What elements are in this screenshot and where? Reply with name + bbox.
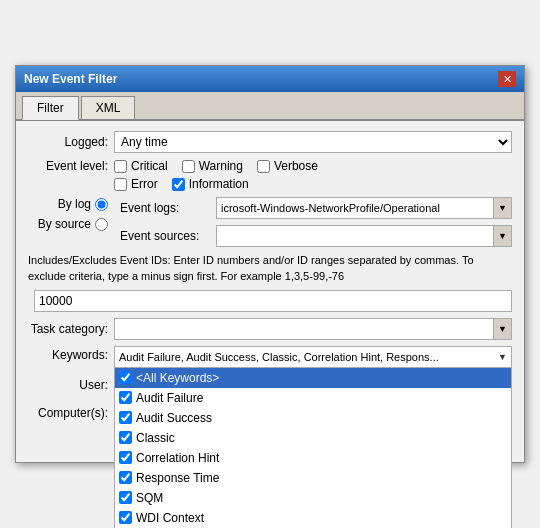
- keywords-checkbox-3[interactable]: [119, 431, 132, 444]
- computer-label: Computer(s):: [28, 406, 108, 420]
- event-level-line1: Critical Warning Verbose: [114, 159, 326, 173]
- keywords-item-3[interactable]: Classic: [115, 428, 511, 448]
- dialog: New Event Filter ✕ Filter XML Logged: An…: [15, 65, 525, 463]
- keywords-row: Keywords: Audit Failure, Audit Success, …: [28, 346, 512, 368]
- keywords-item-5-label: Response Time: [136, 471, 219, 485]
- keywords-item-4-label: Correlation Hint: [136, 451, 219, 465]
- task-category-arrow[interactable]: ▼: [493, 319, 511, 339]
- event-logs-value: icrosoft-Windows-NetworkProfile/Operatio…: [217, 202, 493, 214]
- event-level-checkboxes: Critical Warning Verbose Error: [114, 159, 326, 191]
- keywords-item-6[interactable]: SQM: [115, 488, 511, 508]
- keywords-item-3-label: Classic: [136, 431, 175, 445]
- keywords-checkbox-5[interactable]: [119, 471, 132, 484]
- keywords-checkbox-all[interactable]: [119, 371, 132, 384]
- by-log-radio-item: By log: [28, 197, 108, 211]
- keywords-item-5[interactable]: Response Time: [115, 468, 511, 488]
- keywords-checkbox-7[interactable]: [119, 511, 132, 524]
- keywords-item-1[interactable]: Audit Failure: [115, 388, 511, 408]
- warning-checkbox[interactable]: [182, 160, 195, 173]
- close-button[interactable]: ✕: [498, 71, 516, 87]
- by-log-label: By log: [58, 197, 91, 211]
- event-sources-label: Event sources:: [120, 229, 210, 243]
- dialog-title: New Event Filter: [24, 72, 117, 86]
- verbose-checkbox[interactable]: [257, 160, 270, 173]
- keywords-item-4[interactable]: Correlation Hint: [115, 448, 511, 468]
- task-category-row: Task category: ▼: [28, 318, 512, 340]
- information-checkbox-group: Information: [172, 177, 249, 191]
- warning-checkbox-group: Warning: [182, 159, 243, 173]
- by-log-radio[interactable]: [95, 198, 108, 211]
- event-logs-arrow[interactable]: ▼: [493, 198, 511, 218]
- filter-content: Logged: Any time Event level: Critical W…: [16, 121, 524, 462]
- keywords-dropdown[interactable]: Audit Failure, Audit Success, Classic, C…: [114, 346, 512, 368]
- radio-group: By log By source: [28, 197, 108, 231]
- event-id-row: [28, 290, 512, 312]
- error-label: Error: [131, 177, 158, 191]
- information-checkbox[interactable]: [172, 178, 185, 191]
- keywords-item-1-label: Audit Failure: [136, 391, 203, 405]
- logged-row: Logged: Any time: [28, 131, 512, 153]
- keywords-drop-arrow: ▼: [498, 352, 507, 362]
- tab-xml[interactable]: XML: [81, 96, 136, 119]
- keywords-item-all[interactable]: <All Keywords>: [115, 368, 511, 388]
- event-level-label: Event level:: [28, 159, 108, 173]
- by-source-label: By source: [38, 217, 91, 231]
- by-source-radio[interactable]: [95, 218, 108, 231]
- description-text: Includes/Excludes Event IDs: Enter ID nu…: [28, 253, 512, 284]
- user-label: User:: [28, 378, 108, 392]
- tabs-bar: Filter XML: [16, 92, 524, 121]
- keywords-header[interactable]: Audit Failure, Audit Success, Classic, C…: [114, 346, 512, 368]
- event-sources-select[interactable]: ▼: [216, 225, 512, 247]
- error-checkbox[interactable]: [114, 178, 127, 191]
- information-label: Information: [189, 177, 249, 191]
- event-level-row: Event level: Critical Warning Verbose: [28, 159, 512, 191]
- event-sources-row: Event sources: ▼: [120, 225, 512, 247]
- event-logs-label: Event logs:: [120, 201, 210, 215]
- critical-checkbox-group: Critical: [114, 159, 168, 173]
- warning-label: Warning: [199, 159, 243, 173]
- error-checkbox-group: Error: [114, 177, 158, 191]
- logged-select[interactable]: Any time: [114, 131, 512, 153]
- keywords-item-6-label: SQM: [136, 491, 163, 505]
- verbose-checkbox-group: Verbose: [257, 159, 318, 173]
- by-source-radio-item: By source: [28, 217, 108, 231]
- keywords-item-7-label: WDI Context: [136, 511, 204, 525]
- event-sources-arrow[interactable]: ▼: [493, 226, 511, 246]
- event-level-line2: Error Information: [114, 177, 326, 191]
- keywords-checkbox-6[interactable]: [119, 491, 132, 504]
- task-category-label: Task category:: [28, 322, 108, 336]
- task-category-select[interactable]: ▼: [114, 318, 512, 340]
- logged-label: Logged:: [28, 135, 108, 149]
- keywords-label: Keywords:: [28, 346, 108, 362]
- keywords-checkbox-2[interactable]: [119, 411, 132, 424]
- verbose-label: Verbose: [274, 159, 318, 173]
- keywords-item-all-label: <All Keywords>: [136, 371, 219, 385]
- keywords-list: <All Keywords> Audit Failure Audit Succe…: [114, 368, 512, 528]
- title-bar: New Event Filter ✕: [16, 66, 524, 92]
- event-id-input[interactable]: [34, 290, 512, 312]
- keywords-checkbox-1[interactable]: [119, 391, 132, 404]
- keywords-header-text: Audit Failure, Audit Success, Classic, C…: [119, 351, 439, 363]
- keywords-checkbox-4[interactable]: [119, 451, 132, 464]
- log-source-row: By log By source Event logs: icrosoft-Wi…: [28, 197, 512, 247]
- keywords-item-2-label: Audit Success: [136, 411, 212, 425]
- event-logs-select[interactable]: icrosoft-Windows-NetworkProfile/Operatio…: [216, 197, 512, 219]
- critical-label: Critical: [131, 159, 168, 173]
- tab-filter[interactable]: Filter: [22, 96, 79, 120]
- critical-checkbox[interactable]: [114, 160, 127, 173]
- keywords-item-2[interactable]: Audit Success: [115, 408, 511, 428]
- event-logs-row: Event logs: icrosoft-Windows-NetworkProf…: [120, 197, 512, 219]
- keywords-item-7[interactable]: WDI Context: [115, 508, 511, 528]
